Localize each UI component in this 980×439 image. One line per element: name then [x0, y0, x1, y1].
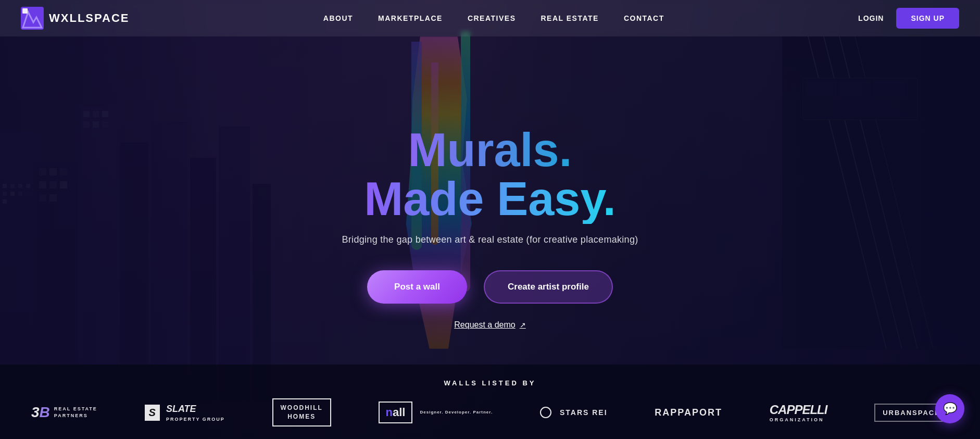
logo-woodhill: WOODHILLHOMES: [272, 398, 331, 427]
nav-about[interactable]: ABOUT: [323, 14, 353, 22]
signup-button[interactable]: SIGN UP: [896, 8, 959, 29]
logo-slate-text: SLATE PROPERTY GROUP: [166, 402, 225, 423]
logo-cappelli-sub: ORGANIZATION: [770, 417, 827, 422]
logo-slate-s: S: [145, 405, 160, 421]
walls-section: WALLS LISTED BY 3B REAL ESTATEPARTNERS S…: [0, 365, 980, 439]
hero-subtitle: Bridging the gap between art & real esta…: [342, 234, 638, 245]
login-button[interactable]: LOGIN: [858, 14, 884, 22]
nav-real-estate[interactable]: REAL ESTATE: [541, 14, 598, 22]
logo-3b-text: 3B: [31, 404, 50, 421]
logo-slate: S SLATE PROPERTY GROUP: [145, 402, 225, 423]
logo-nall: nall Designer. Developer. Partner.: [379, 402, 493, 423]
logo-cappelli-name: CAPPELLI: [770, 403, 827, 417]
nav-contact[interactable]: CONTACT: [624, 14, 664, 22]
hero-content: Murals. Made Easy. Bridging the gap betw…: [332, 126, 649, 330]
logo[interactable]: WXLLSPACE: [21, 7, 129, 30]
walls-logos: 3B REAL ESTATEPARTNERS S SLATE PROPERTY …: [31, 398, 949, 427]
nav-actions: LOGIN SIGN UP: [858, 8, 959, 29]
logo-rappaport-text: RAPPAPORT: [655, 407, 722, 418]
nav-creatives[interactable]: CREATIVES: [468, 14, 516, 22]
walls-listed-title: WALLS LISTED BY: [31, 379, 949, 387]
post-wall-button[interactable]: Post a wall: [367, 270, 467, 304]
logo-nall-subtext: Designer. Developer. Partner.: [420, 409, 493, 416]
create-artist-profile-button[interactable]: Create artist profile: [484, 270, 613, 304]
hero-section: Murals. Made Easy. Bridging the gap betw…: [0, 0, 980, 439]
logo-cappelli-box: CAPPELLI ORGANIZATION: [770, 403, 827, 422]
chat-bubble[interactable]: 💬: [935, 394, 964, 423]
hero-title: Murals. Made Easy.: [364, 126, 616, 224]
hero-title-line1: Murals.: [364, 126, 616, 175]
external-link-icon: ↗: [520, 321, 526, 329]
navbar: WXLLSPACE ABOUT MARKETPLACE CREATIVES RE…: [0, 0, 980, 36]
logo-stars-rei: STARS REI: [540, 407, 608, 418]
hero-title-line2: Made Easy.: [364, 174, 616, 224]
logo-cappelli: CAPPELLI ORGANIZATION: [770, 403, 827, 422]
nav-links: ABOUT MARKETPLACE CREATIVES REAL ESTATE …: [323, 14, 664, 22]
chat-icon: 💬: [943, 402, 957, 416]
demo-link-text: Request a demo: [454, 320, 515, 330]
brand-name: WXLLSPACE: [49, 11, 129, 25]
request-demo-link[interactable]: Request a demo ↗: [454, 320, 525, 330]
logo-icon: [21, 7, 44, 30]
logo-3b-subtext: REAL ESTATEPARTNERS: [54, 406, 97, 420]
logo-nall-box: nall: [379, 402, 413, 423]
nav-marketplace[interactable]: MARKETPLACE: [378, 14, 443, 22]
stars-circle-icon: [540, 407, 551, 418]
logo-rappaport: RAPPAPORT: [655, 407, 722, 418]
hero-buttons: Post a wall Create artist profile: [367, 270, 613, 304]
logo-stars-text: STARS REI: [560, 408, 608, 417]
logo-3b-real-estate: 3B REAL ESTATEPARTNERS: [31, 404, 97, 421]
svg-rect-2: [22, 8, 28, 14]
